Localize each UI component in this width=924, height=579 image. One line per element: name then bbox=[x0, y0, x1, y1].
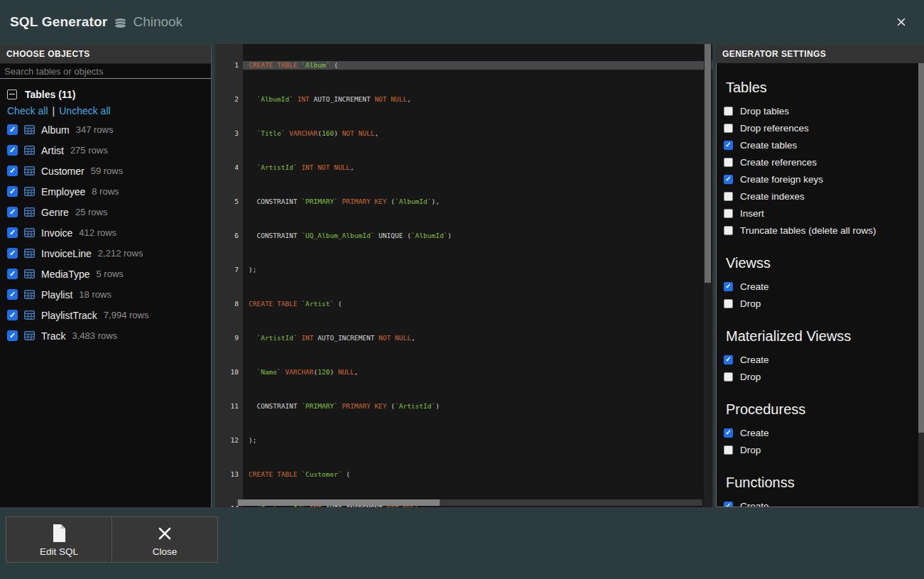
option-label: Insert bbox=[740, 208, 764, 219]
table-checkbox[interactable]: ✓ bbox=[7, 145, 18, 156]
option-checkbox[interactable]: ✓ bbox=[724, 355, 733, 364]
settings-scrollbar[interactable] bbox=[918, 63, 924, 507]
code-token bbox=[249, 402, 256, 410]
code-token: 160 bbox=[322, 129, 334, 137]
option-row[interactable]: Drop bbox=[724, 441, 923, 458]
code-line: 1 CREATE TABLE `Album` ( bbox=[215, 61, 712, 70]
option-row[interactable]: Create references bbox=[724, 153, 923, 171]
collapse-icon[interactable] bbox=[7, 90, 17, 99]
option-row[interactable]: ✓ Create foreign keys bbox=[724, 171, 923, 188]
table-rowcount: 2,212 rows bbox=[98, 248, 143, 259]
table-checkbox[interactable]: ✓ bbox=[7, 310, 18, 320]
table-row[interactable]: ✓ Artist 275 rows bbox=[6, 140, 205, 161]
option-row[interactable]: Drop references bbox=[724, 119, 923, 136]
option-checkbox[interactable] bbox=[724, 124, 733, 133]
table-row[interactable]: ✓ InvoiceLine 2,212 rows bbox=[6, 243, 205, 264]
uncheck-all-link[interactable]: Uncheck all bbox=[59, 105, 110, 117]
code-token: ) bbox=[435, 402, 440, 410]
settings-scroll-thumb[interactable] bbox=[918, 63, 924, 433]
option-checkbox[interactable] bbox=[724, 299, 733, 308]
table-checkbox[interactable]: ✓ bbox=[7, 248, 18, 259]
close-icon[interactable] bbox=[896, 16, 907, 28]
option-checkbox[interactable] bbox=[724, 226, 733, 235]
option-row[interactable]: ✓ Create bbox=[724, 497, 923, 507]
check-icon: ✓ bbox=[725, 141, 731, 148]
table-rowcount: 5 rows bbox=[96, 269, 123, 279]
search-input[interactable] bbox=[0, 64, 211, 79]
option-checkbox[interactable] bbox=[724, 209, 733, 218]
table-checkbox[interactable]: ✓ bbox=[7, 207, 18, 217]
code-token bbox=[249, 368, 256, 376]
code-line: 8 CREATE TABLE `Artist` ( bbox=[215, 300, 712, 308]
code-token: INT bbox=[298, 95, 310, 103]
option-checkbox[interactable] bbox=[724, 192, 733, 201]
tables-group-row[interactable]: Tables (11) bbox=[7, 89, 205, 100]
option-row[interactable]: Drop bbox=[724, 295, 923, 312]
table-name: Artist bbox=[41, 145, 64, 156]
table-row[interactable]: ✓ Employee 8 rows bbox=[6, 181, 205, 202]
option-checkbox[interactable]: ✓ bbox=[724, 502, 733, 508]
table-rowcount: 412 rows bbox=[79, 227, 116, 238]
table-row[interactable]: ✓ Track 3,483 rows bbox=[6, 325, 205, 346]
line-content: CONSTRAINT `UQ_Album_AlbumId` UNIQUE (`A… bbox=[243, 232, 712, 240]
check-icon: ✓ bbox=[9, 208, 16, 216]
option-checkbox[interactable]: ✓ bbox=[724, 141, 733, 150]
option-row[interactable]: Insert bbox=[724, 205, 923, 222]
table-checkbox[interactable]: ✓ bbox=[7, 124, 18, 135]
option-checkbox[interactable] bbox=[724, 372, 733, 382]
option-row[interactable]: ✓ Create bbox=[724, 351, 923, 368]
code-token: `ArtistId` bbox=[256, 334, 297, 342]
option-checkbox[interactable]: ✓ bbox=[724, 428, 733, 438]
edit-sql-button[interactable]: Edit SQL bbox=[6, 516, 112, 563]
check-icon: ✓ bbox=[725, 429, 731, 436]
code-token: `AlbumId` bbox=[395, 197, 431, 205]
table-checkbox[interactable]: ✓ bbox=[7, 186, 18, 197]
vertical-scroll-thumb[interactable] bbox=[705, 44, 711, 283]
code-token: NOT NULL bbox=[342, 129, 375, 137]
option-row[interactable]: Drop bbox=[724, 368, 923, 385]
code-token: AUTO_INCREMENT bbox=[314, 95, 371, 103]
editor-horizontal-scrollbar[interactable] bbox=[237, 499, 702, 506]
option-row[interactable]: ✓ Create tables bbox=[724, 136, 923, 153]
option-checkbox[interactable]: ✓ bbox=[724, 175, 733, 184]
table-checkbox[interactable]: ✓ bbox=[7, 269, 18, 279]
option-checkbox[interactable] bbox=[724, 158, 733, 167]
sql-preview-editor[interactable]: 1 CREATE TABLE `Album` ( 2 `AlbumId` INT… bbox=[215, 44, 712, 507]
table-row[interactable]: ✓ Playlist 18 rows bbox=[6, 284, 205, 305]
horizontal-scroll-thumb[interactable] bbox=[238, 499, 440, 506]
settings-section: Proceduress ✓ Create Drop bbox=[724, 401, 923, 458]
option-checkbox[interactable] bbox=[724, 445, 733, 455]
table-row[interactable]: ✓ Genre 25 rows bbox=[6, 202, 205, 222]
option-label: Drop bbox=[740, 445, 761, 455]
table-row[interactable]: ✓ Customer 59 rows bbox=[6, 161, 205, 181]
check-icon: ✓ bbox=[9, 188, 16, 195]
table-checkbox[interactable]: ✓ bbox=[7, 227, 18, 238]
table-icon bbox=[24, 125, 35, 134]
code-token: , bbox=[411, 334, 415, 342]
option-checkbox[interactable]: ✓ bbox=[724, 282, 733, 291]
table-row[interactable]: ✓ PlaylistTrack 7,994 rows bbox=[6, 305, 205, 325]
table-row[interactable]: ✓ MediaType 5 rows bbox=[6, 264, 205, 284]
table-icon bbox=[24, 228, 35, 237]
tables-group-label: Tables (11) bbox=[25, 89, 75, 100]
editor-vertical-scrollbar[interactable] bbox=[704, 44, 712, 507]
option-row[interactable]: Drop tables bbox=[724, 102, 923, 119]
table-name: Employee bbox=[41, 186, 85, 197]
option-row[interactable]: ✓ Create bbox=[724, 424, 923, 441]
table-rowcount: 275 rows bbox=[70, 145, 108, 156]
code-token: , bbox=[407, 95, 411, 103]
table-checkbox[interactable]: ✓ bbox=[7, 330, 18, 341]
table-row[interactable]: ✓ Album 347 rows bbox=[6, 119, 205, 140]
table-checkbox[interactable]: ✓ bbox=[7, 166, 18, 176]
footer-buttons: Edit SQL Close bbox=[6, 516, 218, 563]
check-all-link[interactable]: Check all bbox=[7, 105, 48, 117]
table-checkbox[interactable]: ✓ bbox=[7, 289, 18, 300]
code-token: `PRIMARY` bbox=[301, 197, 337, 205]
option-checkbox[interactable] bbox=[724, 107, 733, 116]
option-row[interactable]: Truncate tables (delete all rows) bbox=[724, 222, 923, 239]
table-row[interactable]: ✓ Invoice 412 rows bbox=[6, 222, 205, 243]
option-row[interactable]: Create indexes bbox=[724, 188, 923, 205]
section-options: Drop tables Drop references ✓ Create tab… bbox=[724, 102, 923, 239]
close-button[interactable]: Close bbox=[112, 516, 218, 563]
option-row[interactable]: ✓ Create bbox=[724, 278, 923, 295]
